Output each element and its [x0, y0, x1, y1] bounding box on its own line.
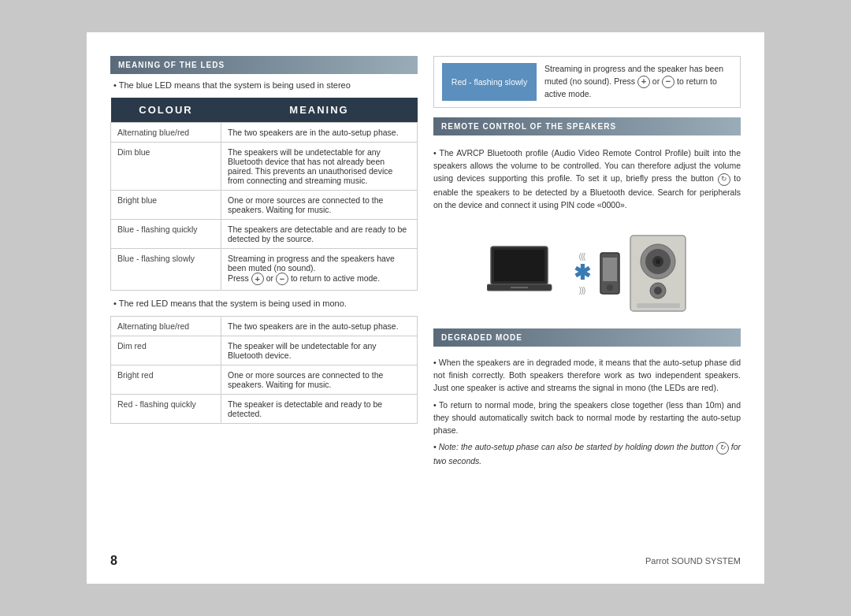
red-row-1-colour: Alternating blue/red [111, 317, 221, 336]
laptop-icon [487, 245, 566, 302]
blue-row-1-colour: Alternating blue/red [111, 123, 221, 143]
blue-row-5-meaning: Streaming in progress and the speakers h… [221, 249, 418, 291]
table-row: Red - flashing quickly The speaker is de… [111, 395, 418, 424]
red-row-4-meaning: The speaker is detectable and ready to b… [221, 395, 418, 424]
table-row: Blue - flashing quickly The speakers are… [111, 220, 418, 249]
blue-row-2-meaning: The speakers will be undetectable for an… [221, 143, 418, 191]
button-icon: ↻ [718, 173, 730, 186]
blue-led-note: • The blue LED means that the system is … [110, 80, 418, 90]
red-flashing-box: Red - flashing slowly Streaming in progr… [433, 56, 741, 108]
bluetooth-waves: ((( ✱ ))) [574, 251, 591, 295]
left-column: MEANING OF THE LEDs • The blue LED means… [110, 56, 418, 542]
red-row-3-colour: Bright red [111, 366, 221, 395]
red-row-2-colour: Dim red [111, 336, 221, 366]
blue-row-4-colour: Blue - flashing quickly [111, 220, 221, 249]
minus-btn-icon2: − [662, 76, 674, 88]
red-row-3-meaning: One or more sources are connected to the… [221, 366, 418, 395]
blue-row-5-colour: Blue - flashing slowly [111, 249, 221, 291]
plus-btn-icon2: + [637, 76, 650, 88]
speaker-box-icon [629, 234, 688, 313]
degraded-section: DEGRADED MODE • When the speakers are in… [433, 328, 741, 471]
red-row-1-meaning: The two speakers are in the auto-setup p… [221, 317, 418, 336]
brand-name: Parrot SOUND SYSTEM [645, 556, 741, 566]
remote-header: REMOTE CONTROL OF THE SPEAKERS [433, 117, 741, 135]
button-icon2: ↻ [716, 442, 729, 455]
page: MEANING OF THE LEDs • The blue LED means… [87, 32, 764, 584]
minus-btn-icon: − [276, 273, 288, 285]
table-row: Bright blue One or more sources are conn… [111, 191, 418, 220]
red-row-4-colour: Red - flashing quickly [111, 395, 221, 424]
blue-row-2-colour: Dim blue [111, 143, 221, 191]
red-flashing-label: Red - flashing slowly [442, 63, 537, 101]
remote-body-text: • The AVRCP Bluetooth profile (Audio Vid… [433, 142, 741, 217]
svg-point-11 [656, 259, 660, 264]
meaning-header: MEANING [221, 98, 418, 123]
plus-btn-icon: + [251, 273, 264, 285]
table-row: Bright red One or more sources are conne… [111, 366, 418, 395]
blue-row-3-meaning: One or more sources are connected to the… [221, 191, 418, 220]
blue-row-4-meaning: The speakers are detectable and are read… [221, 220, 418, 249]
svg-rect-14 [637, 303, 680, 308]
page-footer: 8 Parrot SOUND SYSTEM [110, 550, 741, 568]
table-row: Alternating blue/red The two speakers ar… [111, 123, 418, 143]
svg-rect-1 [494, 250, 544, 281]
svg-rect-5 [603, 258, 617, 281]
blue-row-3-colour: Bright blue [111, 191, 221, 220]
svg-point-6 [607, 284, 613, 291]
blue-row-1-meaning: The two speakers are in the auto-setup p… [221, 123, 418, 143]
right-column: Red - flashing slowly Streaming in progr… [433, 56, 741, 542]
degraded-body-text: • When the speakers are in degraded mode… [433, 353, 741, 471]
red-row-2-meaning: The speaker will be undetectable for any… [221, 336, 418, 366]
red-colour-table: Alternating blue/red The two speakers ar… [110, 316, 418, 424]
table-row: Alternating blue/red The two speakers ar… [111, 317, 418, 336]
red-led-note: • The red LED means that the system is b… [110, 299, 418, 308]
degraded-header: DEGRADED MODE [433, 328, 741, 347]
table-row: Dim red The speaker will be undetectable… [111, 336, 418, 366]
colour-table: COLOUR MEANING Alternating blue/red The … [110, 98, 418, 291]
table-header-row: COLOUR MEANING [111, 98, 418, 123]
table-row: Blue - flashing slowly Streaming in prog… [111, 249, 418, 291]
led-header: MEANING OF THE LEDs [110, 56, 418, 74]
table-row: Dim blue The speakers will be undetectab… [111, 143, 418, 191]
colour-header: COLOUR [111, 98, 221, 123]
speaker-illustration: ((( ✱ ))) [433, 226, 741, 321]
small-device-icon [599, 251, 621, 295]
red-flashing-meaning: Streaming in progress and the speaker ha… [544, 63, 732, 101]
page-number: 8 [110, 554, 117, 568]
svg-point-13 [654, 287, 662, 295]
remote-section: REMOTE CONTROL OF THE SPEAKERS • The AVR… [433, 117, 741, 217]
